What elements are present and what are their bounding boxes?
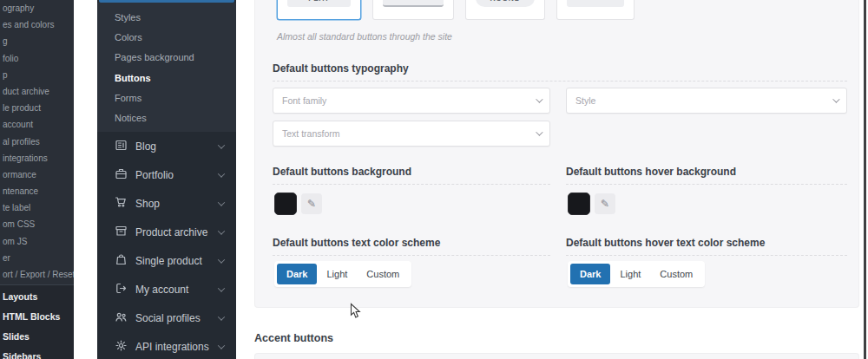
hover-background-edit-button[interactable]: ✎ xyxy=(595,193,615,214)
submenu-item-buttons[interactable]: Buttons xyxy=(97,69,236,88)
scheme-option-dark[interactable]: Dark xyxy=(277,264,317,284)
users-icon xyxy=(115,310,128,326)
edit-color-icon: ✎ xyxy=(307,199,316,209)
nav-item-social-profiles[interactable]: Social profiles xyxy=(97,304,236,332)
button-preview xyxy=(567,0,624,7)
sidebar-item-portfolio[interactable]: folio xyxy=(0,50,74,67)
text-transform-select[interactable]: Text transform xyxy=(273,121,550,147)
sidebar-item-typography[interactable]: ography xyxy=(0,0,74,16)
submenu-item-pages-background[interactable]: Pages background xyxy=(97,48,236,68)
submenu-item-styles[interactable]: Styles xyxy=(97,8,236,28)
cart-icon xyxy=(115,196,128,212)
nav-item-product-archive[interactable]: Product archive xyxy=(97,218,236,246)
style-option-4[interactable] xyxy=(556,0,635,20)
style-option-flat[interactable]: FLAT xyxy=(277,0,361,20)
font-family-placeholder: Font family xyxy=(282,95,326,106)
sidebar-item-slides[interactable]: Slides xyxy=(0,327,74,347)
nav-item-label: Social profiles xyxy=(135,312,201,324)
nav-submenu: Styles Colors Pages background Buttons F… xyxy=(97,3,236,132)
sidebar-item-import-export-reset[interactable]: ort / Export / Reset xyxy=(0,266,74,283)
nav-item-label: Portfolio xyxy=(135,169,174,181)
scheme-option-dark[interactable]: Dark xyxy=(570,264,610,284)
nav-item-label: Blog xyxy=(135,140,156,153)
sidebar-item-api-integrations[interactable]: integrations xyxy=(0,150,74,166)
admin-sidebar-footer: Layouts HTML Blocks Slides Sidebars xyxy=(0,284,74,359)
admin-sidebar: ography es and colors g folio p duct arc… xyxy=(0,0,74,359)
style-option-label: 3D BUTTON xyxy=(389,0,437,2)
typography-heading: Default buttons typography xyxy=(273,62,409,75)
sidebar-item-product-archive[interactable]: duct archive xyxy=(0,83,74,100)
sidebar-item-blog[interactable]: g xyxy=(0,33,74,49)
nav-sections: Blog Portfolio Shop Product archive Sing xyxy=(97,132,236,359)
sidebar-item-maintenance[interactable]: ntenance xyxy=(0,183,74,199)
style-select[interactable]: Style xyxy=(566,88,847,114)
chevron-down-icon xyxy=(536,128,542,135)
theme-settings-page: ography es and colors g folio p duct arc… xyxy=(0,0,868,359)
default-background-swatch[interactable] xyxy=(274,193,297,215)
login-icon xyxy=(115,282,128,297)
portfolio-icon xyxy=(115,167,128,183)
submenu-item-colors[interactable]: Colors xyxy=(97,28,236,48)
sidebar-item-other[interactable]: er xyxy=(0,250,74,266)
submenu-item-forms[interactable]: Forms xyxy=(97,88,236,108)
submenu-item-notices[interactable]: Notices xyxy=(97,108,236,128)
scheme-option-light[interactable]: Light xyxy=(610,264,650,284)
style-option-round[interactable]: ROUND xyxy=(465,0,545,20)
scheme-option-custom[interactable]: Custom xyxy=(357,264,409,284)
chevron-down-icon xyxy=(218,313,225,320)
nav-item-api-integrations[interactable]: API integrations xyxy=(97,332,236,359)
nav-item-portfolio[interactable]: Portfolio xyxy=(97,160,236,189)
font-family-select[interactable]: Font family xyxy=(273,88,550,114)
sidebar-item-styles-and-colors[interactable]: es and colors xyxy=(0,16,74,33)
sidebar-item-social-profiles[interactable]: al profiles xyxy=(0,134,74,150)
vertical-scrollbar[interactable] xyxy=(864,0,866,359)
chevron-down-icon xyxy=(218,141,225,148)
chevron-down-icon xyxy=(218,170,225,177)
button-style-options: FLAT 3D BUTTON ROUND xyxy=(277,0,635,20)
chevron-down-icon xyxy=(218,256,225,263)
text-scheme-segmented-control: Dark Light Custom xyxy=(274,261,411,287)
style-option-label: FLAT xyxy=(308,0,329,3)
round-button-preview: ROUND xyxy=(476,0,535,7)
sidebar-item-custom-js[interactable]: om JS xyxy=(0,233,74,250)
default-background-edit-button[interactable]: ✎ xyxy=(301,193,322,214)
nav-item-label: My account xyxy=(135,284,188,296)
nav-item-blog[interactable]: Blog xyxy=(97,132,236,160)
sidebar-item-sidebars[interactable]: Sidebars xyxy=(0,347,74,359)
sidebar-item-layouts[interactable]: Layouts xyxy=(0,287,74,307)
nav-item-label: Shop xyxy=(135,198,160,210)
chevron-down-icon xyxy=(536,95,542,102)
bag-icon xyxy=(115,253,128,269)
archive-icon xyxy=(115,225,128,240)
sidebar-item-shop[interactable]: p xyxy=(0,67,74,83)
nav-item-label: API integrations xyxy=(135,341,209,353)
text-transform-placeholder: Text transform xyxy=(282,128,340,139)
nav-item-single-product[interactable]: Single product xyxy=(97,246,236,275)
3d-button-preview: 3D BUTTON xyxy=(383,0,444,7)
sidebar-item-custom-css[interactable]: om CSS xyxy=(0,216,74,232)
chevron-down-icon xyxy=(218,199,225,206)
sidebar-item-single-product[interactable]: le product xyxy=(0,100,74,116)
buttons-settings-card: FLAT 3D BUTTON ROUND Almost all standard… xyxy=(254,0,859,308)
nav-item-shop[interactable]: Shop xyxy=(97,189,236,218)
blog-icon xyxy=(115,139,128,154)
scheme-option-light[interactable]: Light xyxy=(317,264,357,284)
style-option-caption: Almost all standard buttons through the … xyxy=(277,31,452,42)
hover-background-swatch[interactable] xyxy=(568,193,590,215)
sidebar-item-html-blocks[interactable]: HTML Blocks xyxy=(0,307,74,327)
hover-background-heading: Default buttons hover background xyxy=(566,166,736,178)
chevron-down-icon xyxy=(218,342,225,349)
style-option-3d-button[interactable]: 3D BUTTON xyxy=(372,0,454,20)
divider xyxy=(566,184,847,185)
hover-text-scheme-segmented-control: Dark Light Custom xyxy=(568,261,705,287)
scheme-option-custom[interactable]: Custom xyxy=(650,264,702,284)
style-option-label: ROUND xyxy=(490,0,520,3)
hover-text-scheme-heading: Default buttons hover text color scheme xyxy=(566,237,765,249)
sidebar-item-performance[interactable]: ormance xyxy=(0,166,74,183)
sidebar-item-my-account[interactable]: account xyxy=(0,116,74,133)
text-scheme-heading: Default buttons text color scheme xyxy=(273,237,440,249)
divider xyxy=(273,81,847,82)
sidebar-item-white-label[interactable]: te label xyxy=(0,199,74,216)
chevron-down-icon xyxy=(832,95,839,102)
nav-item-my-account[interactable]: My account xyxy=(97,275,236,304)
